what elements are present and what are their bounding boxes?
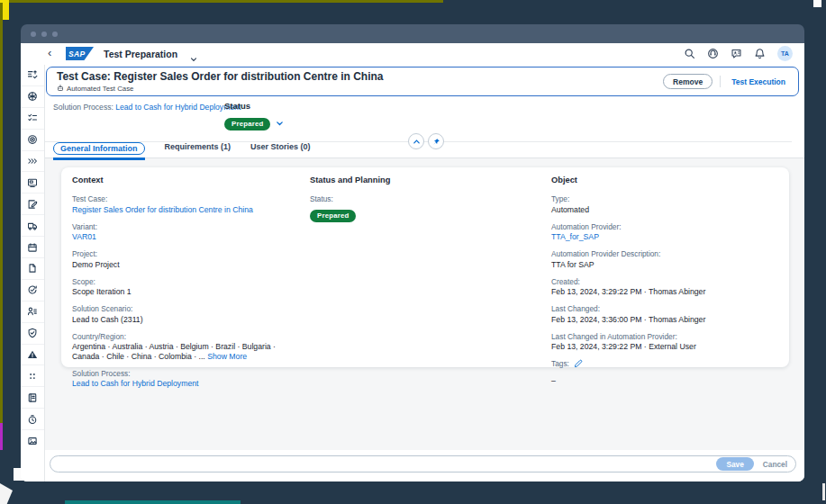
show-more-link[interactable]: Show More	[207, 352, 247, 361]
type-value: Automated	[551, 205, 775, 215]
checklist-icon[interactable]	[21, 108, 44, 130]
field-label: Solution Scenario:	[72, 304, 295, 313]
section-title: Status and Planning	[310, 176, 551, 184]
status-badge: Prepared	[310, 210, 356, 222]
screen-artifact-white-corner	[0, 483, 13, 504]
automation-provider-link[interactable]: TTA_for_SAP	[551, 232, 775, 242]
assistant-headset-icon[interactable]	[707, 48, 719, 59]
app-title-chevron-down-icon[interactable]	[190, 50, 197, 67]
scope-value: Scope Iteration 1	[72, 287, 295, 297]
screen-artifact-teal-bar	[65, 500, 241, 504]
app-window: ‹ SAP Test Preparation TA	[21, 43, 804, 482]
timer-check-icon[interactable]	[21, 409, 44, 430]
remove-button[interactable]: Remove	[663, 74, 713, 89]
variant-link[interactable]: VAR01	[72, 232, 295, 242]
grid-dots-icon[interactable]	[21, 365, 44, 387]
screen-artifact-magenta-bar	[0, 423, 3, 450]
status-header-label: Status	[224, 101, 250, 111]
window-titlebar	[21, 24, 804, 43]
calendar-icon[interactable]	[21, 237, 44, 258]
user-tasks-icon[interactable]	[21, 302, 44, 323]
field-label: Project:	[72, 249, 295, 258]
solution-process-label: Solution Process:	[53, 103, 113, 112]
navigation-sidebar	[21, 65, 45, 482]
content-area: Context Test Case:Register Sales Order f…	[45, 158, 804, 450]
tab-general-information[interactable]: General Information	[53, 140, 145, 160]
feedback-chat-icon[interactable]	[731, 48, 742, 59]
alert-icon[interactable]	[21, 345, 44, 366]
tags-label: Tags:	[551, 359, 569, 368]
sap-logo[interactable]: SAP	[66, 47, 94, 60]
solution-scenario-value: Lead to Cash (2311)	[72, 315, 295, 325]
test-case-link[interactable]: Register Sales Order for distribution Ce…	[72, 205, 295, 215]
status-planning-section: Status and Planning Status: Prepared	[310, 176, 551, 396]
notifications-bell-icon[interactable]	[754, 48, 766, 59]
image-icon[interactable]	[21, 430, 44, 452]
automated-test-icon	[57, 85, 64, 92]
footer-bar: Save Cancel	[45, 450, 804, 482]
chevrons-icon[interactable]	[21, 151, 44, 173]
field-label: Last Changed in Automation Provider:	[551, 332, 775, 341]
screen-artifact-right-sliver	[822, 483, 825, 500]
solution-process-link[interactable]: Lead to Cash for Hybrid Deployment	[115, 103, 241, 112]
screen-artifact-white-square-top	[813, 0, 821, 7]
process-list-icon[interactable]	[21, 65, 44, 86]
presentation-icon[interactable]	[21, 172, 44, 194]
back-icon[interactable]: ‹	[48, 46, 51, 60]
solution-sphere-icon[interactable]	[21, 86, 44, 108]
shield-check-icon[interactable]	[21, 323, 44, 345]
last-changed-value: Feb 13, 2024, 3:36:00 PM · Thomas Abinge…	[551, 315, 775, 325]
project-value: Demo Project	[72, 260, 295, 270]
delivery-truck-icon[interactable]	[21, 215, 44, 237]
user-avatar[interactable]: TA	[777, 46, 793, 61]
search-icon[interactable]	[684, 48, 695, 59]
target-icon[interactable]	[21, 130, 44, 151]
screen-artifact-left-bar	[0, 3, 3, 423]
created-value: Feb 13, 2024, 3:29:22 PM · Thomas Abinge…	[551, 287, 775, 297]
field-label: Last Changed:	[551, 304, 775, 313]
field-label: Solution Process:	[72, 369, 295, 378]
context-section: Context Test Case:Register Sales Order f…	[72, 176, 310, 396]
window-control-dot[interactable]	[41, 32, 47, 37]
app-title[interactable]: Test Preparation	[104, 49, 177, 59]
tab-user-stories[interactable]: User Stories (0)	[250, 140, 311, 157]
field-label: Automation Provider:	[551, 222, 775, 231]
cancel-button[interactable]: Cancel	[763, 460, 787, 469]
field-label: Test Case:	[72, 194, 295, 203]
edit-document-icon[interactable]	[21, 194, 44, 215]
status-chevron-down-icon[interactable]	[276, 120, 284, 128]
button-divider	[720, 76, 721, 87]
document-icon[interactable]	[21, 258, 44, 280]
field-label: Country/Region:	[72, 332, 295, 341]
field-label: Status:	[310, 194, 533, 203]
edit-tags-pencil-icon[interactable]	[574, 359, 583, 368]
notebook-icon[interactable]	[21, 387, 44, 409]
field-label: Scope:	[72, 277, 295, 286]
section-title: Object	[551, 176, 778, 184]
window-control-dot[interactable]	[31, 32, 36, 37]
last-changed-provider-value: Feb 13, 2024, 3:29:22 PM · External User	[551, 342, 775, 352]
object-section: Object Type:Automated Automation Provide…	[551, 176, 778, 396]
tags-empty-value: –	[551, 376, 778, 385]
status-badge: Prepared	[224, 118, 270, 130]
general-information-card: Context Test Case:Register Sales Order f…	[61, 167, 789, 367]
screen-artifact-top-bar	[0, 0, 443, 3]
tab-requirements[interactable]: Requirements (1)	[165, 140, 231, 157]
window-control-dot[interactable]	[52, 32, 58, 37]
tab-bar: General Information Requirements (1) Use…	[53, 140, 311, 160]
footer-toolbar: Save Cancel	[50, 455, 796, 472]
save-button[interactable]: Save	[716, 457, 753, 471]
page-subtitle: Automated Test Case	[67, 85, 133, 93]
section-title: Context	[72, 176, 310, 184]
field-label: Created:	[551, 277, 775, 286]
field-label: Type:	[551, 194, 775, 203]
sync-check-icon[interactable]	[21, 280, 44, 302]
field-label: Variant:	[72, 222, 295, 231]
solution-process-link[interactable]: Lead to Cash for Hybrid Deployment	[72, 379, 295, 389]
object-page-title-card: Test Case: Register Sales Order for dist…	[46, 67, 799, 96]
pin-header-button[interactable]	[428, 133, 444, 149]
field-label: Automation Provider Description:	[551, 249, 775, 258]
test-execution-button[interactable]: Test Execution	[728, 76, 789, 88]
shell-bar: ‹ SAP Test Preparation TA	[21, 43, 804, 65]
collapse-header-button[interactable]	[408, 133, 424, 149]
